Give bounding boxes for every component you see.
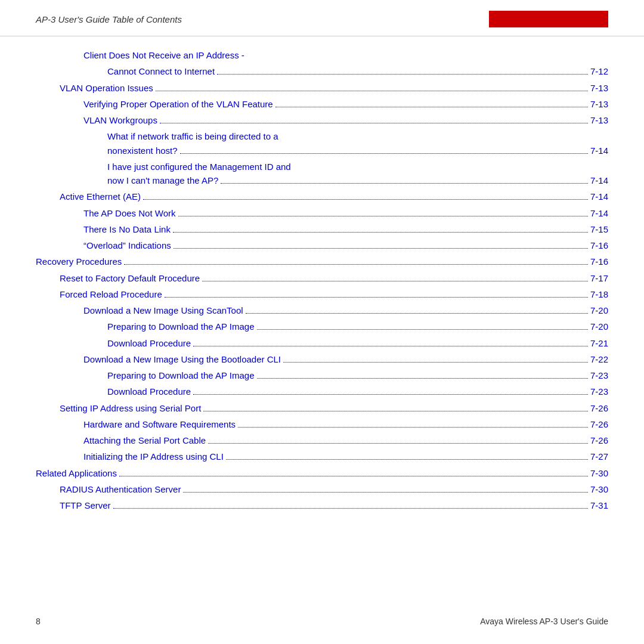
toc-entry-page: 7-22 bbox=[590, 352, 608, 366]
toc-entry-text: Download Procedure bbox=[107, 385, 191, 398]
toc-entry-page: 7-26 bbox=[590, 434, 608, 447]
toc-entry-text: Verifying Proper Operation of the VLAN F… bbox=[83, 97, 273, 111]
toc-entry-page: 7-13 bbox=[590, 97, 608, 111]
toc-entry-entry19: Preparing to Download the AP Image7-23 bbox=[36, 369, 608, 382]
toc-entry-entry20: Download Procedure7-23 bbox=[36, 385, 608, 398]
toc-entry-entry5: VLAN Workgroups7-13 bbox=[36, 113, 608, 127]
toc-entry-page: 7-17 bbox=[590, 271, 608, 285]
toc-entry-line2: now I can't manage the AP?7-14 bbox=[107, 174, 608, 187]
toc-entry-entry4: Verifying Proper Operation of the VLAN F… bbox=[36, 97, 608, 111]
toc-entry-text: Download a New Image Using the Bootloade… bbox=[83, 352, 281, 366]
page-header: AP-3 User's Guide Table of Contents bbox=[0, 0, 644, 36]
toc-entry-line1: What if network traffic is being directe… bbox=[107, 129, 608, 143]
toc-entry-entry18: Download a New Image Using the Bootloade… bbox=[36, 352, 608, 366]
toc-entry-entry23: Attaching the Serial Port Cable7-26 bbox=[36, 434, 608, 447]
toc-entry-text: Download Procedure bbox=[107, 336, 191, 350]
toc-entry-text: Preparing to Download the AP Image bbox=[107, 369, 255, 382]
toc-entry-page: 7-26 bbox=[590, 401, 608, 415]
toc-entry-page: 7-13 bbox=[590, 81, 608, 95]
toc-entry-page: 7-20 bbox=[590, 304, 608, 317]
footer-doc-title: Avaya Wireless AP-3 User's Guide bbox=[480, 617, 608, 626]
toc-entry-line1: I have just configured the Management ID… bbox=[107, 160, 608, 174]
toc-content: Client Does Not Receive an IP Address -C… bbox=[0, 36, 644, 512]
toc-entry-entry12: Recovery Procedures7-16 bbox=[36, 255, 608, 268]
footer-page-number: 8 bbox=[36, 617, 41, 626]
page: AP-3 User's Guide Table of Contents Clie… bbox=[0, 0, 644, 644]
toc-entry-entry15: Download a New Image Using ScanTool7-20 bbox=[36, 304, 608, 317]
toc-entry-entry6a: What if network traffic is being directe… bbox=[36, 129, 608, 157]
toc-entry-entry9: The AP Does Not Work7-14 bbox=[36, 206, 608, 220]
toc-entry-page: 7-30 bbox=[590, 466, 608, 480]
toc-entry-page: 7-26 bbox=[590, 417, 608, 431]
toc-entry-text: Active Ethernet (AE) bbox=[60, 190, 141, 203]
toc-entry-text: Related Applications bbox=[36, 466, 117, 480]
toc-entry-entry24: Initializing the IP Address using CLI7-2… bbox=[36, 450, 608, 463]
toc-entry-entry11: “Overload” Indications7-16 bbox=[36, 239, 608, 252]
toc-entry-page: 7-21 bbox=[590, 336, 608, 350]
toc-entry-entry14: Forced Reload Procedure7-18 bbox=[36, 287, 608, 301]
toc-entry-text: TFTP Server bbox=[60, 499, 111, 512]
toc-entry-page: 7-20 bbox=[590, 320, 608, 333]
toc-entry-entry10: There Is No Data Link7-15 bbox=[36, 222, 608, 236]
toc-entry-text: Forced Reload Procedure bbox=[60, 287, 162, 301]
toc-entry-text: Reset to Factory Default Procedure bbox=[60, 271, 200, 285]
toc-entry-text: Recovery Procedures bbox=[36, 255, 122, 268]
page-footer: 8 Avaya Wireless AP-3 User's Guide bbox=[0, 617, 644, 626]
toc-entry-entry22: Hardware and Software Requirements7-26 bbox=[36, 417, 608, 431]
header-red-bar bbox=[489, 11, 608, 27]
toc-entry-page: 7-23 bbox=[590, 369, 608, 382]
toc-entry-page: 7-16 bbox=[590, 255, 608, 268]
toc-entry-entry13: Reset to Factory Default Procedure7-17 bbox=[36, 271, 608, 285]
toc-entry-page: 7-13 bbox=[590, 113, 608, 127]
toc-entry-page: 7-15 bbox=[590, 222, 608, 236]
toc-entry-entry21: Setting IP Address using Serial Port7-26 bbox=[36, 401, 608, 415]
toc-entry-text: Attaching the Serial Port Cable bbox=[83, 434, 206, 447]
toc-entry-page: 7-12 bbox=[590, 64, 608, 78]
toc-entry-page: 7-30 bbox=[590, 482, 608, 496]
toc-entry-entry16: Preparing to Download the AP Image7-20 bbox=[36, 320, 608, 333]
toc-entry-text: Setting IP Address using Serial Port bbox=[60, 401, 201, 415]
toc-entry-text: Hardware and Software Requirements bbox=[83, 417, 236, 431]
toc-entry-page: 7-14 bbox=[590, 206, 608, 220]
toc-entry-entry1: Client Does Not Receive an IP Address - bbox=[36, 48, 608, 62]
toc-entry-text: The AP Does Not Work bbox=[83, 206, 176, 220]
toc-entry-entry3: VLAN Operation Issues7-13 bbox=[36, 81, 608, 95]
toc-entry-entry27: TFTP Server7-31 bbox=[36, 499, 608, 512]
toc-entry-entry25: Related Applications7-30 bbox=[36, 466, 608, 480]
toc-entry-entry2: Cannot Connect to Internet7-12 bbox=[36, 64, 608, 78]
toc-entry-entry17: Download Procedure7-21 bbox=[36, 336, 608, 350]
toc-entry-text: VLAN Workgroups bbox=[83, 113, 157, 127]
toc-entry-page: 7-31 bbox=[590, 499, 608, 512]
toc-entry-text: There Is No Data Link bbox=[83, 222, 171, 236]
toc-entry-text: VLAN Operation Issues bbox=[60, 81, 153, 95]
toc-entry-text: Preparing to Download the AP Image bbox=[107, 320, 255, 333]
toc-entry-entry7a: I have just configured the Management ID… bbox=[36, 160, 608, 188]
toc-entry-text: Client Does Not Receive an IP Address - bbox=[83, 48, 244, 62]
toc-entry-text: RADIUS Authentication Server bbox=[60, 482, 181, 496]
toc-entry-page: 7-18 bbox=[590, 287, 608, 301]
toc-entry-text: Initializing the IP Address using CLI bbox=[83, 450, 224, 463]
toc-entry-page: 7-14 bbox=[590, 190, 608, 203]
toc-entry-text: Cannot Connect to Internet bbox=[107, 64, 215, 78]
toc-entry-page: 7-16 bbox=[590, 239, 608, 252]
header-title: AP-3 User's Guide Table of Contents bbox=[36, 14, 182, 24]
toc-entry-text: “Overload” Indications bbox=[83, 239, 171, 252]
toc-entry-entry26: RADIUS Authentication Server7-30 bbox=[36, 482, 608, 496]
toc-entry-entry8: Active Ethernet (AE)7-14 bbox=[36, 190, 608, 203]
toc-entry-text: Download a New Image Using ScanTool bbox=[83, 304, 243, 317]
toc-entry-page: 7-27 bbox=[590, 450, 608, 463]
toc-entry-page: 7-23 bbox=[590, 385, 608, 398]
toc-entry-line2: nonexistent host?7-14 bbox=[107, 144, 608, 157]
